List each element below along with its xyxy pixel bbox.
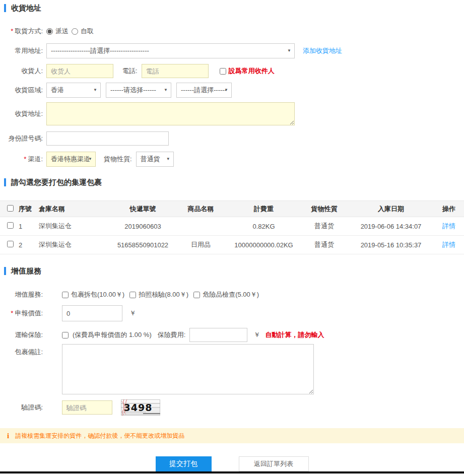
captcha-input[interactable] xyxy=(62,400,112,415)
channel-select[interactable]: 香港特惠渠道 ▼ xyxy=(46,152,96,167)
header-warehouse: 倉庫名稱 xyxy=(38,201,111,217)
service-option-photo[interactable]: 拍照核驗(8.00￥) xyxy=(129,290,188,299)
cell-nature: 普通货 xyxy=(300,217,348,236)
service-photo-label: 拍照核驗(8.00￥) xyxy=(139,290,188,299)
footer-bar xyxy=(0,471,464,473)
phone-label: 電話: xyxy=(122,66,138,76)
chevron-down-icon: ▼ xyxy=(287,48,291,53)
service-unpack-label: 包裹拆包(10.00￥) xyxy=(71,290,124,299)
captcha-row: 驗證碼: 3498 xyxy=(0,399,464,416)
remark-textarea[interactable] xyxy=(62,344,314,394)
cell-tracking: 2019060603 xyxy=(111,217,174,236)
region-select-2-value: ------请选择------ xyxy=(110,86,156,95)
service-option-unpack[interactable]: 包裹拆包(10.00￥) xyxy=(62,290,124,299)
region-label: 收貨區域: xyxy=(0,86,43,95)
set-common-recipient-option[interactable]: 設爲常用收件人 xyxy=(220,66,275,76)
channel-label: *渠道: xyxy=(0,155,43,164)
recipient-input[interactable] xyxy=(46,64,113,78)
region-select-3[interactable]: ------請選擇------ ▼ xyxy=(176,83,232,98)
region-select-3-value: ------請選擇------ xyxy=(181,86,227,95)
header-seq: 序號 xyxy=(18,201,38,217)
back-to-orders-button[interactable]: 返回訂單列表 xyxy=(239,456,309,471)
insurance-fee-input[interactable] xyxy=(189,328,247,342)
cell-product xyxy=(174,217,227,236)
selfpickup-radio-option[interactable]: 自取 xyxy=(72,27,94,36)
region-select-1[interactable]: 香港 ▼ xyxy=(46,83,101,98)
cell-nature: 普通货 xyxy=(300,236,348,254)
common-address-select[interactable]: ------------------請選擇------------------ … xyxy=(46,43,295,58)
table-header-row: 序號 倉庫名稱 快遞單號 商品名稱 計費重 貨物性質 入庫日期 操作 xyxy=(0,201,464,217)
chevron-down-icon: ▼ xyxy=(166,157,170,161)
insurance-checkbox[interactable] xyxy=(62,332,69,338)
selfpickup-radio[interactable] xyxy=(72,28,78,35)
recipient-label: 收貨人: xyxy=(0,66,43,76)
header-tracking: 快遞單號 xyxy=(111,201,174,217)
service-option-hazard[interactable]: 危險品檢查(5.00￥) xyxy=(193,290,259,299)
cell-date: 2019-06-06 14:34:07 xyxy=(348,217,434,236)
section-title-delivery-address: 收貨地址 xyxy=(4,3,464,13)
id-number-input[interactable] xyxy=(46,131,169,146)
section-accent-bar xyxy=(4,4,6,12)
action-buttons: 提交打包 返回訂單列表 xyxy=(0,456,464,471)
address-textarea[interactable] xyxy=(46,102,295,125)
section-title-text: 增值服務 xyxy=(11,266,41,276)
chevron-down-icon: ▼ xyxy=(224,88,228,92)
declared-value-input[interactable] xyxy=(62,305,122,321)
header-action: 操作 xyxy=(434,201,464,217)
insurance-fee-label: 保險費用: xyxy=(158,330,186,339)
chevron-down-icon: ▼ xyxy=(164,88,168,92)
set-common-recipient-label: 設爲常用收件人 xyxy=(229,66,275,76)
id-number-label: 身份證号碼: xyxy=(0,134,43,143)
cell-product: 日用品 xyxy=(174,236,227,254)
cell-date: 2019-05-16 10:35:37 xyxy=(348,236,434,254)
table-row: 2 深圳集运仓 51658550901022 日用品 10000000000.0… xyxy=(0,236,464,254)
add-address-link[interactable]: 添加收貨地址 xyxy=(303,46,342,55)
select-all-checkbox[interactable] xyxy=(7,205,14,212)
captcha-image[interactable]: 3498 xyxy=(121,399,160,416)
common-address-row: 常用地址: ------------------請選擇-------------… xyxy=(0,43,464,58)
phone-input[interactable] xyxy=(142,64,209,78)
insurance-label: 運輸保險: xyxy=(0,330,43,339)
service-unpack-checkbox[interactable] xyxy=(62,292,69,298)
packages-table: 序號 倉庫名稱 快遞單號 商品名稱 計費重 貨物性質 入庫日期 操作 1 深圳集… xyxy=(0,200,464,254)
required-asterisk: * xyxy=(11,309,13,317)
captcha-code-text: 3498 xyxy=(124,402,153,413)
insurance-option[interactable] xyxy=(62,332,71,338)
channel-row: *渠道: 香港特惠渠道 ▼ 貨物性質: 普通貨 ▼ xyxy=(0,152,464,167)
insurance-note: (保費爲申報價值的 1.00 %) xyxy=(73,330,152,339)
chevron-down-icon: ▼ xyxy=(88,157,92,161)
region-select-2[interactable]: ------请选择------ ▼ xyxy=(106,83,171,98)
channel-select-value: 香港特惠渠道 xyxy=(51,155,90,164)
detail-link[interactable]: 詳情 xyxy=(442,222,455,230)
cell-seq: 2 xyxy=(18,236,38,254)
pickup-method-label: *取貨方式: xyxy=(0,27,43,36)
service-photo-checkbox[interactable] xyxy=(129,292,136,298)
detail-link[interactable]: 詳情 xyxy=(442,241,455,248)
section-title-services: 增值服務 xyxy=(4,266,464,276)
row-checkbox[interactable] xyxy=(7,241,14,247)
address-row: 收貨地址: xyxy=(0,102,464,125)
currency-symbol: ￥ xyxy=(253,330,260,339)
submit-pack-button[interactable]: 提交打包 xyxy=(156,456,212,471)
required-asterisk: * xyxy=(24,155,26,163)
remark-row: 包裹備註: xyxy=(0,344,464,394)
chevron-down-icon: ▼ xyxy=(93,88,97,92)
header-nature: 貨物性質 xyxy=(300,201,348,217)
section-title-text: 請勾選您要打包的集運包裹 xyxy=(11,178,102,187)
cell-weight: 0.82KG xyxy=(227,217,300,236)
info-icon: i xyxy=(7,432,9,440)
header-date: 入庫日期 xyxy=(348,201,434,217)
cell-warehouse: 深圳集运仓 xyxy=(38,217,111,236)
region-select-1-value: 香港 xyxy=(51,86,64,95)
delivery-radio-option[interactable]: 派送 xyxy=(46,27,69,36)
set-common-recipient-checkbox[interactable] xyxy=(220,68,226,75)
cargo-nature-select[interactable]: 普通貨 ▼ xyxy=(136,152,174,167)
section-accent-bar xyxy=(4,267,6,275)
section-title-text: 收貨地址 xyxy=(11,4,41,13)
row-checkbox[interactable] xyxy=(7,222,14,229)
currency-symbol: ￥ xyxy=(129,309,136,318)
cargo-nature-label: 貨物性質: xyxy=(104,155,132,164)
remark-label: 包裹備註: xyxy=(0,348,43,357)
service-hazard-checkbox[interactable] xyxy=(193,292,200,298)
delivery-radio[interactable] xyxy=(46,28,53,35)
